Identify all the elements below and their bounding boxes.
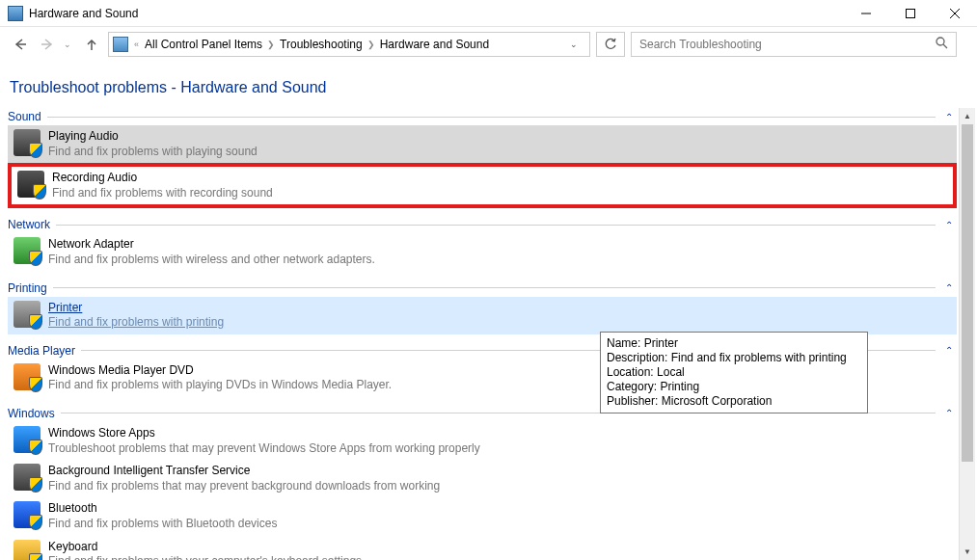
- chevron-up-icon[interactable]: ⌃: [941, 408, 957, 418]
- store-icon: [14, 426, 41, 453]
- shield-icon: [29, 251, 42, 266]
- shield-icon: [29, 143, 42, 158]
- item-title: Keyboard: [48, 540, 365, 555]
- item-desc: Troubleshoot problems that may prevent W…: [48, 441, 480, 457]
- highlight-box: Recording Audio Find and fix problems wi…: [8, 163, 957, 208]
- scroll-thumb[interactable]: [962, 124, 973, 462]
- shield-icon: [33, 184, 46, 200]
- item-title: Windows Media Player DVD: [48, 363, 392, 379]
- chevron-right-icon[interactable]: ❯: [366, 40, 377, 49]
- section-title: Printing: [8, 281, 47, 295]
- forward-button[interactable]: [37, 34, 58, 55]
- item-playing-audio[interactable]: Playing Audio Find and fix problems with…: [8, 125, 957, 163]
- item-title: Bluetooth: [48, 501, 277, 517]
- item-network-adapter[interactable]: Network Adapter Find and fix problems wi…: [8, 233, 957, 271]
- section-divider: [56, 225, 936, 226]
- recent-dropdown[interactable]: ⌄: [64, 40, 75, 49]
- forward-arrow-icon: [41, 38, 54, 51]
- breadcrumb-item[interactable]: Troubleshooting: [280, 38, 363, 51]
- breadcrumb-root[interactable]: «: [132, 40, 141, 49]
- item-desc: Find and fix problems with printing: [48, 315, 224, 331]
- minimize-icon: [861, 9, 871, 18]
- item-store-apps[interactable]: Windows Store Apps Troubleshoot problems…: [8, 422, 957, 460]
- shield-icon: [29, 477, 42, 493]
- close-button[interactable]: [933, 0, 977, 27]
- bluetooth-icon: [14, 501, 41, 528]
- chevron-right-icon[interactable]: ❯: [265, 40, 277, 49]
- scroll-up-button[interactable]: ▲: [960, 108, 975, 124]
- chevron-up-icon[interactable]: ⌃: [941, 112, 957, 122]
- shield-icon: [29, 440, 42, 455]
- back-arrow-icon: [14, 38, 27, 51]
- scroll-down-button[interactable]: ▼: [960, 544, 975, 560]
- section-windows: Windows ⌃ Windows Store Apps Troubleshoo…: [8, 405, 957, 560]
- item-desc: Find and fix problems that may prevent b…: [48, 479, 440, 494]
- item-bluetooth[interactable]: Bluetooth Find and fix problems with Blu…: [8, 497, 957, 535]
- section-header[interactable]: Network ⌃: [8, 216, 957, 233]
- up-button[interactable]: [81, 34, 102, 55]
- item-desc: Find and fix problems with playing DVDs …: [48, 378, 392, 393]
- tooltip-cat-label: Category:: [607, 380, 657, 393]
- speaker-icon: [14, 129, 41, 156]
- nav-bar: ⌄ « All Control Panel Items ❯ Troublesho…: [0, 27, 977, 62]
- item-desc: Find and fix problems with recording sou…: [52, 186, 273, 201]
- item-desc: Find and fix problems with Bluetooth dev…: [48, 517, 277, 532]
- back-button[interactable]: [10, 34, 31, 55]
- tooltip: Name: Printer Description: Find and fix …: [600, 332, 868, 413]
- app-icon: [8, 6, 23, 21]
- section-divider: [53, 287, 936, 288]
- tooltip-cat: Printing: [660, 380, 699, 393]
- section-header[interactable]: Printing ⌃: [8, 280, 957, 297]
- microphone-icon: [17, 171, 44, 198]
- breadcrumb-item[interactable]: Hardware and Sound: [380, 38, 489, 51]
- svg-point-7: [936, 38, 944, 45]
- content-area: Sound ⌃ Playing Audio Find and fix probl…: [8, 108, 959, 560]
- svg-line-8: [943, 44, 947, 48]
- breadcrumb-item[interactable]: All Control Panel Items: [145, 38, 262, 51]
- item-printer[interactable]: Printer Find and fix problems with print…: [8, 297, 957, 334]
- item-desc: Find and fix problems with wireless and …: [48, 253, 375, 268]
- search-input[interactable]: [639, 38, 936, 51]
- item-bits[interactable]: Background Intelligent Transfer Service …: [8, 460, 957, 497]
- printer-icon: [14, 301, 41, 328]
- transfer-icon: [14, 464, 41, 491]
- item-desc: Find and fix problems with playing sound: [48, 145, 258, 160]
- item-title: Background Intelligent Transfer Service: [48, 464, 440, 479]
- item-title: Windows Store Apps: [48, 426, 480, 441]
- maximize-icon: [906, 9, 915, 18]
- shield-icon: [29, 377, 42, 392]
- item-title: Playing Audio: [48, 129, 258, 145]
- tooltip-desc: Find and fix problems with printing: [671, 351, 847, 364]
- minimize-button[interactable]: [844, 0, 888, 27]
- address-icon: [113, 37, 128, 52]
- section-title: Windows: [8, 407, 55, 420]
- outer-scrollbar[interactable]: ▲ ▼: [959, 108, 975, 560]
- tooltip-loc: Local: [657, 365, 685, 379]
- up-arrow-icon: [85, 38, 98, 51]
- section-network: Network ⌃ Network Adapter Find and fix p…: [8, 216, 957, 271]
- item-keyboard[interactable]: Keyboard Find and fix problems with your…: [8, 536, 957, 561]
- tooltip-pub: Microsoft Corporation: [662, 394, 773, 408]
- address-bar[interactable]: « All Control Panel Items ❯ Troubleshoot…: [108, 32, 590, 57]
- chevron-up-icon[interactable]: ⌃: [941, 282, 957, 293]
- scroll-track[interactable]: [960, 124, 975, 544]
- chevron-up-icon[interactable]: ⌃: [941, 220, 957, 230]
- chevron-up-icon[interactable]: ⌃: [941, 345, 957, 356]
- address-dropdown[interactable]: ⌄: [562, 36, 585, 53]
- maximize-button[interactable]: [888, 0, 933, 27]
- search-icon[interactable]: [936, 37, 948, 52]
- item-title: Network Adapter: [48, 237, 375, 253]
- refresh-button[interactable]: [596, 32, 625, 57]
- window-controls: [844, 0, 977, 27]
- section-header[interactable]: Sound ⌃: [8, 108, 957, 125]
- item-title: Recording Audio: [52, 171, 273, 186]
- close-icon: [950, 9, 960, 18]
- section-title: Sound: [8, 110, 41, 123]
- item-recording-audio[interactable]: Recording Audio Find and fix problems wi…: [12, 167, 953, 204]
- refresh-icon: [604, 38, 617, 51]
- shield-icon: [29, 515, 42, 530]
- section-printing: Printing ⌃ Printer Find and fix problems…: [8, 280, 957, 334]
- shield-icon: [29, 553, 42, 561]
- search-box[interactable]: [631, 32, 957, 57]
- breadcrumb: All Control Panel Items ❯ Troubleshootin…: [145, 38, 489, 51]
